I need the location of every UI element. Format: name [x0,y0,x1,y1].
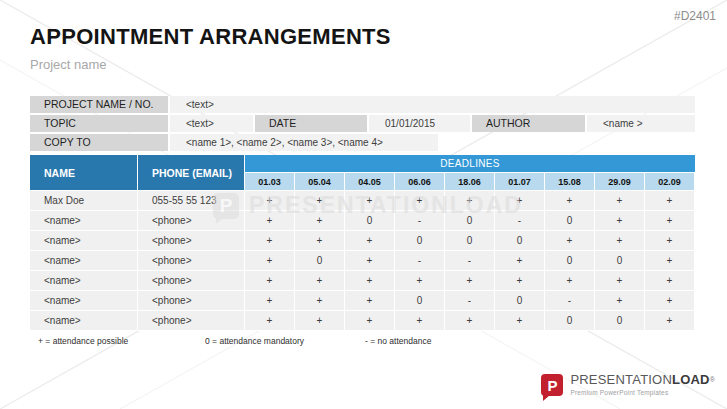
attendee-name-cell[interactable]: <name> [30,271,138,291]
attendance-cell[interactable]: + [645,211,695,231]
attendance-cell[interactable]: 0 [445,231,495,251]
table-row: Max Doe055-55 55 123+++++++++ [30,191,695,211]
attendee-phone-cell[interactable]: 055-55 55 123 [138,191,245,211]
attendance-cell[interactable]: + [245,251,295,271]
attendee-phone-cell[interactable]: <phone> [138,231,245,251]
attendance-cell[interactable]: 0 [445,211,495,231]
deadlines-header-group: DEADLINES 01.0305.0404.0506.0618.0601.07… [245,155,695,191]
attendance-cell[interactable]: + [545,231,595,251]
form-value-project-name[interactable]: <text> [170,96,695,113]
attendance-cell[interactable]: + [395,271,445,291]
attendee-name-cell[interactable]: <name> [30,311,138,331]
attendee-phone-cell[interactable]: <phone> [138,311,245,331]
attendance-cell[interactable]: 0 [495,231,545,251]
attendance-cell[interactable]: 0 [545,311,595,331]
attendance-cell[interactable]: - [395,251,445,271]
attendance-cell[interactable]: + [445,191,495,211]
attendee-name-cell[interactable]: <name> [30,211,138,231]
attendance-cell[interactable]: 0 [545,251,595,271]
attendance-cell[interactable]: + [645,311,695,331]
attendance-cell[interactable]: + [245,211,295,231]
legend-item-possible: + = attendance possible [38,336,128,346]
page-subtitle: Project name [30,57,107,72]
attendance-cell[interactable]: + [395,311,445,331]
table-row: <name><phone>++++++00+ [30,311,695,331]
registered-mark: ® [710,376,715,383]
attendee-name-cell[interactable]: <name> [30,251,138,271]
attendance-cell[interactable]: + [245,231,295,251]
attendance-cell[interactable]: + [595,231,645,251]
attendance-cell[interactable]: 0 [495,291,545,311]
attendee-name-cell[interactable]: Max Doe [30,191,138,211]
attendance-cell[interactable]: + [295,271,345,291]
attendance-cell[interactable]: + [595,291,645,311]
form-label-topic: TOPIC [30,115,168,132]
deadline-date-header: 29.09 [595,173,645,191]
attendance-cell[interactable]: - [545,291,595,311]
attendance-cell[interactable]: + [245,271,295,291]
deadline-date-header: 18.06 [445,173,495,191]
attendance-cell[interactable]: + [595,211,645,231]
attendance-cell[interactable]: + [345,291,395,311]
attendance-cell[interactable]: + [245,311,295,331]
attendance-cell[interactable]: + [495,311,545,331]
brand-first: PRESENTATION [570,372,672,387]
attendance-cell[interactable]: + [645,231,695,251]
deadline-date-header: 06.06 [395,173,445,191]
attendance-cell[interactable]: + [295,311,345,331]
attendance-cell[interactable]: - [445,291,495,311]
attendance-cell[interactable]: - [445,251,495,271]
table-row: <name><phone>+++++++++ [30,271,695,291]
attendance-cell[interactable]: + [295,291,345,311]
attendance-cell[interactable]: - [495,211,545,231]
attendance-cell[interactable]: + [645,291,695,311]
attendance-cell[interactable]: + [545,271,595,291]
attendance-cell[interactable]: + [445,311,495,331]
attendance-cell[interactable]: + [645,251,695,271]
attendance-cell[interactable]: + [345,191,395,211]
brand-second: LOAD [672,372,710,387]
attendance-cell[interactable]: + [495,271,545,291]
attendance-cell[interactable]: + [495,251,545,271]
attendance-cell[interactable]: + [445,271,495,291]
attendee-phone-cell[interactable]: <phone> [138,251,245,271]
attendance-cell[interactable]: + [545,191,595,211]
attendance-cell[interactable]: + [245,291,295,311]
form-value-copy-to[interactable]: <name 1>, <name 2>, <name 3>, <name 4> [170,134,438,151]
attendee-phone-cell[interactable]: <phone> [138,291,245,311]
attendance-cell[interactable]: + [345,251,395,271]
attendance-cell[interactable]: + [345,231,395,251]
attendee-name-cell[interactable]: <name> [30,231,138,251]
attendance-cell[interactable]: + [295,211,345,231]
brand-name: PRESENTATIONLOAD® [570,373,715,386]
attendance-cell[interactable]: + [245,191,295,211]
attendance-cell[interactable]: + [595,271,645,291]
form-value-date[interactable]: 01/01/2015 [369,115,470,132]
attendance-cell[interactable]: + [345,271,395,291]
attendance-legend: + = attendance possible 0 = attendance m… [30,336,695,348]
attendance-cell[interactable]: + [645,271,695,291]
attendance-cell[interactable]: + [495,191,545,211]
form-label-project-name: PROJECT NAME / NO. [30,96,168,113]
attendance-cell[interactable]: + [395,191,445,211]
attendance-cell[interactable]: - [395,211,445,231]
attendance-cell[interactable]: + [645,191,695,211]
attendee-phone-cell[interactable]: <phone> [138,211,245,231]
attendance-cell[interactable]: 0 [345,211,395,231]
attendance-cell[interactable]: + [295,231,345,251]
form-value-author[interactable]: <name > [587,115,695,132]
attendance-cell[interactable]: 0 [395,291,445,311]
attendance-cell[interactable]: + [345,311,395,331]
attendee-phone-cell[interactable]: <phone> [138,271,245,291]
attendance-cell[interactable]: 0 [395,231,445,251]
form-value-topic[interactable]: <text> [170,115,253,132]
attendance-cell[interactable]: 0 [295,251,345,271]
attendance-cell[interactable]: 0 [595,251,645,271]
attendee-name-cell[interactable]: <name> [30,291,138,311]
deadline-date-header: 02.09 [645,173,695,191]
attendance-cell[interactable]: + [295,191,345,211]
attendance-cell[interactable]: + [595,191,645,211]
attendance-cell[interactable]: 0 [595,311,645,331]
attendance-cell[interactable]: 0 [545,211,595,231]
deadline-date-header: 05.04 [295,173,345,191]
